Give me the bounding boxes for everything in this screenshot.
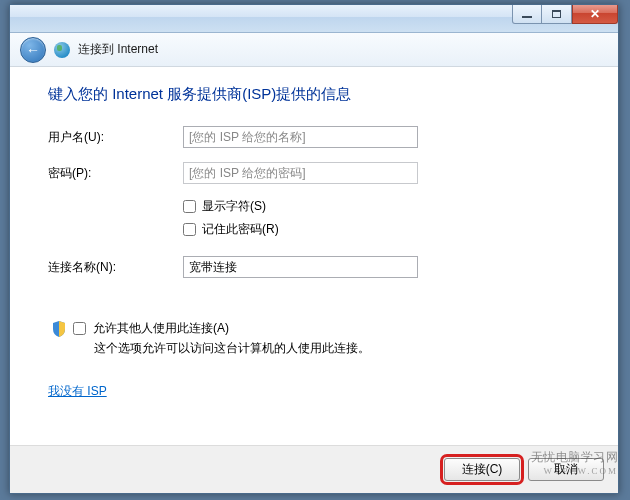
username-label: 用户名(U): (48, 129, 183, 146)
allow-others-row: 允许其他人使用此连接(A) (52, 320, 580, 337)
allow-others-checkbox[interactable] (73, 322, 86, 335)
remember-pwd-checkbox[interactable] (183, 223, 196, 236)
back-button[interactable]: ← (20, 37, 46, 63)
password-options: 显示字符(S) 记住此密码(R) (183, 198, 580, 238)
password-row: 密码(P): (48, 162, 580, 184)
show-chars-checkbox[interactable] (183, 200, 196, 213)
connect-button[interactable]: 连接(C) (444, 458, 520, 481)
conn-name-row: 连接名称(N): (48, 256, 580, 278)
shield-icon (52, 321, 66, 337)
password-input[interactable] (183, 162, 418, 184)
globe-icon (54, 42, 70, 58)
content-area: 键入您的 Internet 服务提供商(ISP)提供的信息 用户名(U): 密码… (10, 67, 618, 400)
username-input[interactable] (183, 126, 418, 148)
show-chars-row: 显示字符(S) (183, 198, 580, 215)
remember-pwd-row: 记住此密码(R) (183, 221, 580, 238)
maximize-button[interactable] (542, 5, 572, 24)
password-label: 密码(P): (48, 165, 183, 182)
footer-bar: 连接(C) 取消 (10, 445, 618, 493)
username-row: 用户名(U): (48, 126, 580, 148)
conn-name-label: 连接名称(N): (48, 259, 183, 276)
show-chars-label: 显示字符(S) (202, 198, 266, 215)
header-title: 连接到 Internet (78, 41, 158, 58)
back-arrow-icon: ← (26, 43, 40, 57)
page-heading: 键入您的 Internet 服务提供商(ISP)提供的信息 (48, 85, 580, 104)
cancel-button[interactable]: 取消 (528, 458, 604, 481)
window-controls: ✕ (512, 5, 618, 24)
close-button[interactable]: ✕ (572, 5, 618, 24)
remember-pwd-label: 记住此密码(R) (202, 221, 279, 238)
allow-others-desc: 这个选项允许可以访问这台计算机的人使用此连接。 (94, 340, 580, 357)
titlebar: ✕ (10, 5, 618, 33)
allow-others-section: 允许其他人使用此连接(A) 这个选项允许可以访问这台计算机的人使用此连接。 (48, 320, 580, 357)
wizard-window: ✕ ← 连接到 Internet 键入您的 Internet 服务提供商(ISP… (9, 4, 619, 494)
conn-name-input[interactable] (183, 256, 418, 278)
no-isp-link[interactable]: 我没有 ISP (48, 383, 107, 400)
allow-others-label: 允许其他人使用此连接(A) (93, 320, 229, 337)
minimize-button[interactable] (512, 5, 542, 24)
header-bar: ← 连接到 Internet (10, 33, 618, 67)
